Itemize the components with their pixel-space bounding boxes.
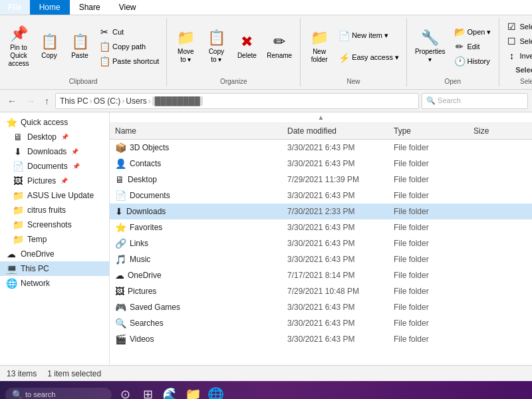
file-size-contacts bbox=[473, 156, 527, 172]
properties-icon: 🔧 bbox=[421, 29, 439, 47]
col-date[interactable]: Date modified bbox=[287, 124, 394, 138]
sidebar-item-quick-access[interactable]: ⭐ Quick access bbox=[0, 115, 109, 130]
file-row-onedrive-f[interactable]: ☁ OneDrive 7/17/2021 8:14 PM File folder bbox=[110, 267, 532, 283]
file-row-links[interactable]: 🔗 Links 3/30/2021 6:43 PM File folder bbox=[110, 235, 532, 251]
sidebar-item-screenshots[interactable]: 📁 Screenshots bbox=[0, 217, 109, 232]
up-button[interactable]: ↑ bbox=[41, 94, 53, 108]
tab-file[interactable]: File bbox=[0, 0, 30, 15]
col-size[interactable]: Size bbox=[473, 124, 527, 138]
search-box[interactable]: 🔍 Search bbox=[422, 93, 528, 109]
file-row-contacts[interactable]: 👤 Contacts 3/30/2021 6:43 PM File folder bbox=[110, 156, 532, 172]
file-size-pictures-f bbox=[473, 283, 527, 299]
file-name-music: 🎵 Music bbox=[115, 251, 287, 267]
file-name-downloads-f: ⬇ Downloads bbox=[115, 203, 287, 219]
file-size-downloads-f bbox=[473, 203, 527, 219]
copy-button[interactable]: 📋 Copy bbox=[35, 31, 64, 63]
open-icon: 📂 bbox=[454, 27, 465, 37]
sidebar-item-downloads[interactable]: ⬇ Downloads 📌 bbox=[0, 144, 109, 159]
select-all-button[interactable]: ☑ Select a... bbox=[503, 20, 533, 33]
network-icon: 🌐 bbox=[5, 278, 17, 289]
edit-button[interactable]: ✏ Edit bbox=[451, 40, 495, 53]
file-type-pictures-f: File folder bbox=[394, 283, 473, 299]
sidebar-item-pictures[interactable]: 🖼 Pictures 📌 bbox=[0, 174, 109, 188]
select-all-icon: ☑ bbox=[507, 21, 517, 32]
taskbar-edge[interactable]: 🌊 bbox=[161, 385, 180, 399]
taskbar-explorer[interactable]: 📁 bbox=[184, 385, 202, 399]
file-row-pictures-f[interactable]: 🖼 Pictures 7/29/2021 10:48 PM File folde… bbox=[110, 283, 532, 299]
paste-shortcut-button[interactable]: 📋 Paste shortcut bbox=[96, 55, 162, 68]
taskbar-search-btn[interactable]: ⊙ bbox=[116, 385, 134, 399]
cut-button[interactable]: ✂ Cut bbox=[96, 25, 162, 39]
copy-path-button[interactable]: 📋 Copy path bbox=[96, 40, 162, 53]
file-row-saved-games[interactable]: 🎮 Saved Games 3/30/2021 6:43 PM File fol… bbox=[110, 299, 532, 315]
file-row-desktop-f[interactable]: 🖥 Desktop 7/29/2021 11:39 PM File folder bbox=[110, 172, 532, 188]
tab-view[interactable]: View bbox=[110, 0, 146, 15]
file-name-text-videos: Videos bbox=[130, 334, 154, 344]
file-row-searches[interactable]: 🔍 Searches 3/30/2021 6:43 PM File folder bbox=[110, 315, 532, 331]
file-row-music[interactable]: 🎵 Music 3/30/2021 6:43 PM File folder bbox=[110, 251, 532, 267]
citrus-label: citrus fruits bbox=[27, 205, 66, 215]
col-name[interactable]: Name bbox=[115, 124, 287, 138]
breadcrumb-c-drive[interactable]: OS (C:) bbox=[94, 96, 121, 106]
delete-label: Delete bbox=[237, 52, 257, 60]
sidebar-item-this-pc[interactable]: 💻 This PC bbox=[0, 261, 109, 276]
taskbar-task-view[interactable]: ⊞ bbox=[138, 385, 157, 399]
tab-share[interactable]: Share bbox=[70, 0, 110, 15]
file-size-documents-f bbox=[473, 188, 527, 203]
move-to-label: Moveto ▾ bbox=[178, 48, 194, 64]
open-button[interactable]: 📂 Open ▾ bbox=[451, 25, 495, 39]
file-date-videos: 3/30/2021 6:43 PM bbox=[287, 331, 394, 347]
file-row-documents-f[interactable]: 📄 Documents 3/30/2021 6:43 PM File folde… bbox=[110, 188, 532, 203]
history-button[interactable]: 🕐 History bbox=[451, 55, 495, 68]
file-type-contacts: File folder bbox=[394, 156, 473, 172]
select-none-button[interactable]: ☐ Select n... bbox=[503, 35, 533, 48]
breadcrumb-users[interactable]: Users bbox=[126, 96, 146, 106]
copy-to-button[interactable]: 📋 Copyto ▾ bbox=[201, 27, 231, 66]
breadcrumb[interactable]: This PC › OS (C:) › Users › ████████ bbox=[55, 93, 419, 109]
new-item-button[interactable]: 📄 New item ▾ bbox=[335, 29, 402, 43]
sidebar-item-citrus[interactable]: 📁 citrus fruits bbox=[0, 203, 109, 217]
file-name-favorites: ⭐ Favorites bbox=[115, 219, 287, 235]
new-folder-button[interactable]: 📁 Newfolder bbox=[305, 27, 334, 66]
select-all-label: Select a... bbox=[520, 23, 533, 31]
tab-home[interactable]: Home bbox=[30, 0, 70, 15]
back-button[interactable]: ← bbox=[4, 94, 20, 108]
invert-selection-button[interactable]: ↕ Invert s... bbox=[503, 49, 533, 63]
paste-button[interactable]: 📋 Paste bbox=[65, 31, 94, 63]
file-size-saved-games bbox=[473, 299, 527, 315]
pin-quick-access-button[interactable]: 📌 Pin to Quick access bbox=[4, 23, 33, 70]
sidebar-item-asus[interactable]: 📁 ASUS Live Update bbox=[0, 188, 109, 203]
select-none-label: Select n... bbox=[520, 37, 533, 45]
file-type-searches: File folder bbox=[394, 315, 473, 331]
breadcrumb-username[interactable]: ████████ bbox=[152, 96, 203, 106]
forward-button[interactable]: → bbox=[23, 94, 39, 108]
desktop-pin: 📌 bbox=[61, 134, 68, 140]
breadcrumb-this-pc[interactable]: This PC bbox=[60, 96, 88, 106]
rename-label: Rename bbox=[267, 52, 292, 60]
col-type[interactable]: Type bbox=[394, 124, 473, 138]
sidebar-item-network[interactable]: 🌐 Network bbox=[0, 276, 109, 291]
quick-access-label: Quick access bbox=[21, 118, 68, 127]
search-placeholder: 🔍 Search bbox=[426, 96, 461, 105]
file-row-3d-objects[interactable]: 📦 3D Objects 3/30/2021 6:43 PM File fold… bbox=[110, 140, 532, 156]
sidebar-item-documents[interactable]: 📄 Documents 📌 bbox=[0, 159, 109, 174]
file-type-3d-objects: File folder bbox=[394, 140, 473, 156]
file-name-desktop-f: 🖥 Desktop bbox=[115, 172, 287, 188]
taskbar-search[interactable]: 🔍 to search bbox=[5, 388, 112, 400]
file-size-favorites bbox=[473, 219, 527, 235]
move-to-button[interactable]: 📁 Moveto ▾ bbox=[171, 27, 200, 66]
sidebar-item-onedrive[interactable]: ☁ OneDrive bbox=[0, 247, 109, 261]
properties-button[interactable]: 🔧 Properties ▾ bbox=[411, 27, 450, 66]
rename-button[interactable]: ✏ Rename bbox=[263, 31, 296, 63]
invert-selection-icon: ↕ bbox=[507, 51, 517, 61]
sidebar-item-temp[interactable]: 📁 Temp bbox=[0, 232, 109, 247]
file-row-videos[interactable]: 🎬 Videos 3/30/2021 6:43 PM File folder bbox=[110, 331, 532, 347]
sidebar-item-desktop[interactable]: 🖥 Desktop 📌 bbox=[0, 130, 109, 144]
nav-bar: ← → ↑ This PC › OS (C:) › Users › ██████… bbox=[0, 90, 532, 112]
file-row-favorites[interactable]: ⭐ Favorites 3/30/2021 6:43 PM File folde… bbox=[110, 219, 532, 235]
taskbar-chrome[interactable]: 🌐 bbox=[206, 385, 225, 399]
delete-button[interactable]: ✖ Delete bbox=[232, 31, 261, 63]
file-icon-saved-games: 🎮 bbox=[115, 302, 126, 313]
file-row-downloads-f[interactable]: ⬇ Downloads 7/30/2021 2:33 PM File folde… bbox=[110, 203, 532, 219]
easy-access-button[interactable]: ⚡ Easy access ▾ bbox=[335, 51, 402, 65]
